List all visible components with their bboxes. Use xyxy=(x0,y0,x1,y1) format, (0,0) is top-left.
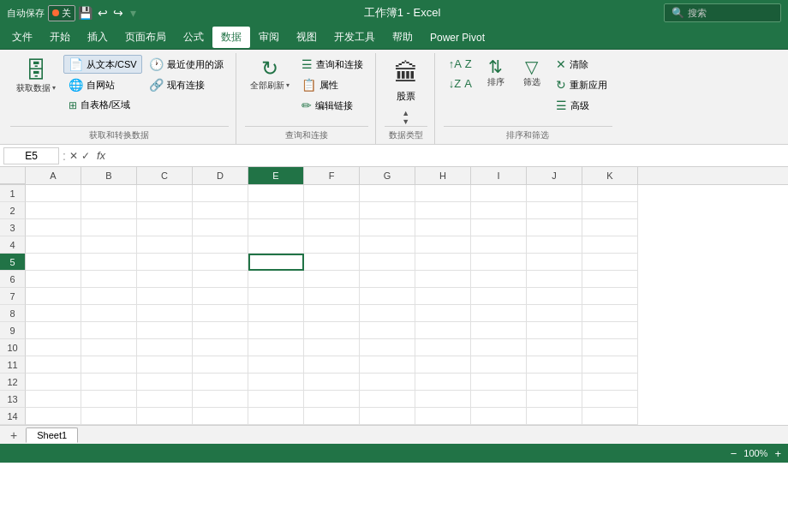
add-sheet-button[interactable]: + xyxy=(3,427,24,444)
cell-B14[interactable] xyxy=(81,408,137,425)
cell-C9[interactable] xyxy=(137,322,193,339)
menu-review[interactable]: 审阅 xyxy=(250,27,288,48)
cell-H8[interactable] xyxy=(415,305,471,322)
cell-H7[interactable] xyxy=(415,288,471,305)
cell-K14[interactable] xyxy=(582,408,638,425)
cell-H2[interactable] xyxy=(415,202,471,219)
reapply-button[interactable]: ↻ 重新应用 xyxy=(551,75,612,94)
cell-B2[interactable] xyxy=(81,202,137,219)
cell-A6[interactable] xyxy=(26,271,81,288)
col-header-c[interactable]: C xyxy=(137,167,193,184)
formula-input[interactable] xyxy=(112,150,785,162)
cell-H3[interactable] xyxy=(415,219,471,236)
cell-D9[interactable] xyxy=(193,322,248,339)
cell-I14[interactable] xyxy=(471,408,527,425)
cell-I9[interactable] xyxy=(471,322,527,339)
cell-I4[interactable] xyxy=(471,236,527,254)
cell-C11[interactable] xyxy=(137,356,193,374)
cell-B8[interactable] xyxy=(81,305,137,322)
cell-I11[interactable] xyxy=(471,356,527,374)
cell-B7[interactable] xyxy=(81,288,137,305)
col-header-b[interactable]: B xyxy=(81,167,137,184)
cell-D4[interactable] xyxy=(193,236,248,254)
cell-B9[interactable] xyxy=(81,322,137,339)
cell-I7[interactable] xyxy=(471,288,527,305)
cell-C5[interactable] xyxy=(137,254,193,271)
cell-C13[interactable] xyxy=(137,391,193,408)
cell-F9[interactable] xyxy=(304,322,360,339)
name-box[interactable] xyxy=(3,147,59,164)
undo-icon[interactable]: ↩ xyxy=(95,6,110,20)
row-num-10[interactable]: 10 xyxy=(0,339,26,356)
cell-J3[interactable] xyxy=(527,219,582,236)
cell-F3[interactable] xyxy=(304,219,360,236)
cell-J8[interactable] xyxy=(527,305,582,322)
col-header-g[interactable]: G xyxy=(360,167,415,184)
cell-H4[interactable] xyxy=(415,236,471,254)
cell-D10[interactable] xyxy=(193,339,248,356)
col-header-k[interactable]: K xyxy=(582,167,638,184)
cell-D2[interactable] xyxy=(193,202,248,219)
cell-C4[interactable] xyxy=(137,236,193,254)
cell-I3[interactable] xyxy=(471,219,527,236)
cell-K5[interactable] xyxy=(582,254,638,271)
cell-H12[interactable] xyxy=(415,374,471,391)
cell-K3[interactable] xyxy=(582,219,638,236)
cell-G11[interactable] xyxy=(360,356,415,374)
filter-button[interactable]: ▽ 筛选 xyxy=(515,55,549,91)
cell-E4[interactable] xyxy=(248,236,304,254)
col-header-e[interactable]: E xyxy=(248,167,304,184)
cell-G2[interactable] xyxy=(360,202,415,219)
cell-I6[interactable] xyxy=(471,271,527,288)
search-input[interactable] xyxy=(688,8,773,18)
cell-D1[interactable] xyxy=(193,185,248,202)
sort-desc-button[interactable]: ↓Z A xyxy=(444,75,477,93)
menu-view[interactable]: 视图 xyxy=(288,27,325,48)
cell-A1[interactable] xyxy=(26,185,81,202)
cell-G14[interactable] xyxy=(360,408,415,425)
cell-D7[interactable] xyxy=(193,288,248,305)
cell-F5[interactable] xyxy=(304,254,360,271)
row-num-1[interactable]: 1 xyxy=(0,185,26,202)
cell-I2[interactable] xyxy=(471,202,527,219)
cell-K7[interactable] xyxy=(582,288,638,305)
properties-button[interactable]: 📋 属性 xyxy=(296,75,368,94)
cell-A5[interactable] xyxy=(26,254,81,271)
cell-F11[interactable] xyxy=(304,356,360,374)
cell-J7[interactable] xyxy=(527,288,582,305)
cell-E10[interactable] xyxy=(248,339,304,356)
col-header-d[interactable]: D xyxy=(193,167,248,184)
sort-asc-button[interactable]: ↑A Z xyxy=(444,55,477,73)
menu-home[interactable]: 开始 xyxy=(41,27,79,48)
cell-E3[interactable] xyxy=(248,219,304,236)
row-num-5[interactable]: 5 xyxy=(0,254,26,271)
cell-K4[interactable] xyxy=(582,236,638,254)
cell-J5[interactable] xyxy=(527,254,582,271)
cell-H14[interactable] xyxy=(415,408,471,425)
cell-J1[interactable] xyxy=(527,185,582,202)
cell-B5[interactable] xyxy=(81,254,137,271)
get-data-button[interactable]: 🗄 获取数据 ▾ xyxy=(10,55,62,98)
col-header-i[interactable]: I xyxy=(471,167,527,184)
cell-F13[interactable] xyxy=(304,391,360,408)
cell-D6[interactable] xyxy=(193,271,248,288)
cell-F1[interactable] xyxy=(304,185,360,202)
cell-G1[interactable] xyxy=(360,185,415,202)
cell-A11[interactable] xyxy=(26,356,81,374)
cell-C1[interactable] xyxy=(137,185,193,202)
cell-F7[interactable] xyxy=(304,288,360,305)
cell-G9[interactable] xyxy=(360,322,415,339)
advanced-button[interactable]: ☰ 高级 xyxy=(551,96,612,115)
cell-K1[interactable] xyxy=(582,185,638,202)
cell-G7[interactable] xyxy=(360,288,415,305)
clear-button[interactable]: ✕ 清除 xyxy=(551,55,612,74)
cell-I1[interactable] xyxy=(471,185,527,202)
zoom-out-button[interactable]: − xyxy=(731,447,737,460)
cell-F8[interactable] xyxy=(304,305,360,322)
cell-A3[interactable] xyxy=(26,219,81,236)
cell-B1[interactable] xyxy=(81,185,137,202)
cell-E9[interactable] xyxy=(248,322,304,339)
cell-C14[interactable] xyxy=(137,408,193,425)
cell-E14[interactable] xyxy=(248,408,304,425)
cell-A8[interactable] xyxy=(26,305,81,322)
